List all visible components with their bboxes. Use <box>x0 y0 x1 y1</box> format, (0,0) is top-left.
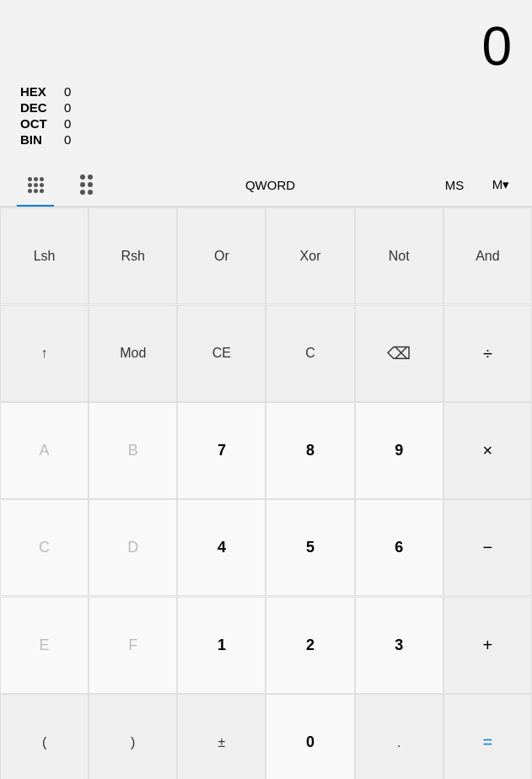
main-display: 0 <box>20 17 512 84</box>
rsh-key[interactable]: Rsh <box>89 207 177 304</box>
xor-key[interactable]: Xor <box>266 207 354 304</box>
divide-key[interactable]: ÷ <box>443 305 532 402</box>
1-key[interactable]: 1 <box>177 597 266 694</box>
b-key: B <box>89 402 177 499</box>
base-row-dec: DEC0 <box>20 100 512 115</box>
base-display: HEX0DEC0OCT0BIN0 <box>20 84 512 155</box>
6-key[interactable]: 6 <box>355 499 443 596</box>
base-label: BIN <box>20 132 51 147</box>
4-key[interactable]: 4 <box>177 499 266 596</box>
and-key[interactable]: And <box>443 207 532 304</box>
history-icon[interactable] <box>61 164 111 205</box>
c-hex-key: C <box>0 499 89 596</box>
base-label: HEX <box>20 84 51 99</box>
3-key[interactable]: 3 <box>355 597 443 694</box>
plusminus-key[interactable]: ± <box>177 694 266 779</box>
5-key[interactable]: 5 <box>266 499 354 596</box>
base-value: 0 <box>64 116 71 131</box>
or-key[interactable]: Or <box>177 207 266 304</box>
base-row-oct: OCT0 <box>20 116 512 131</box>
subtract-key[interactable]: − <box>443 499 532 596</box>
base-label: DEC <box>20 100 51 115</box>
lsh-key[interactable]: Lsh <box>0 207 89 304</box>
keypad: LshRshOrXorNotAnd↑ModCEC⌫÷AB789×CD456−EF… <box>0 207 532 779</box>
lparen-key[interactable]: ( <box>0 694 89 779</box>
add-key[interactable]: + <box>443 597 532 694</box>
base-value: 0 <box>64 132 71 147</box>
mod-key[interactable]: Mod <box>89 305 177 402</box>
e-key: E <box>0 597 89 694</box>
ms-button[interactable]: MS <box>429 178 480 192</box>
2-key[interactable]: 2 <box>266 597 354 694</box>
7-key[interactable]: 7 <box>177 402 266 499</box>
8-key[interactable]: 8 <box>266 402 354 499</box>
base-row-bin: BIN0 <box>20 132 512 147</box>
a-key: A <box>0 402 89 499</box>
base-value: 0 <box>64 84 71 99</box>
base-label: OCT <box>20 116 51 131</box>
mv-button[interactable]: M▾ <box>480 177 522 192</box>
qword-selector[interactable]: QWORD <box>111 178 429 192</box>
d-key: D <box>89 499 177 596</box>
shift-key[interactable]: ↑ <box>0 305 89 402</box>
base-value: 0 <box>64 100 71 115</box>
c-key[interactable]: C <box>266 305 354 402</box>
calculator-container: 0 HEX0DEC0OCT0BIN0 <box>0 0 532 779</box>
toolbar: QWORD MS M▾ <box>0 164 532 207</box>
base-row-hex: HEX0 <box>20 84 512 99</box>
numpad-icon[interactable] <box>10 164 61 205</box>
not-key[interactable]: Not <box>355 207 443 304</box>
0-key[interactable]: 0 <box>266 694 354 779</box>
9-key[interactable]: 9 <box>355 402 443 499</box>
ce-key[interactable]: CE <box>177 305 266 402</box>
rparen-key[interactable]: ) <box>89 694 177 779</box>
multiply-key[interactable]: × <box>443 402 532 499</box>
display-area: 0 HEX0DEC0OCT0BIN0 <box>0 0 532 164</box>
decimal-key[interactable]: . <box>355 694 443 779</box>
equals-key[interactable]: = <box>443 694 532 779</box>
backspace-key[interactable]: ⌫ <box>355 305 443 402</box>
f-key: F <box>89 597 177 694</box>
